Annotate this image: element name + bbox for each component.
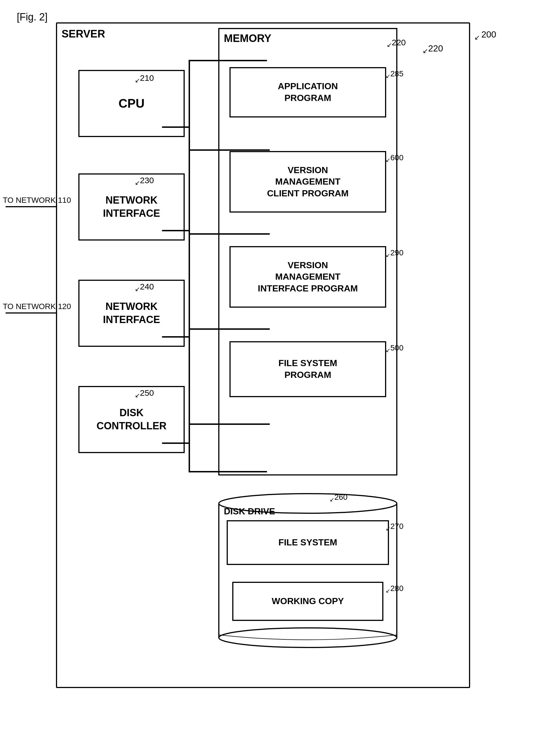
dc-swoosh: ↙ <box>135 392 140 399</box>
wc-swoosh: ↙ <box>386 587 390 594</box>
server-ref: 220 <box>428 43 443 54</box>
server-swoosh: ↙ <box>423 47 428 55</box>
dc-ref: 250 <box>140 388 154 398</box>
app-prog-ref: 285 <box>390 69 404 78</box>
app-prog-label: APPLICATIONPROGRAM <box>278 81 338 104</box>
ni2-ref: 240 <box>140 282 154 291</box>
file-system-box: FILE SYSTEM <box>227 520 389 565</box>
ni1-label: NETWORKINTERFACE <box>103 194 160 220</box>
diagram-ref: 200 <box>481 29 496 40</box>
vmc-prog-swoosh: ↙ <box>386 157 390 163</box>
server-label: SERVER <box>62 28 105 40</box>
file-system-label: FILE SYSTEM <box>279 537 337 548</box>
app-prog-swoosh: ↙ <box>386 73 390 79</box>
disk-drive-swoosh: ↙ <box>330 496 335 503</box>
vmc-prog-ref: 600 <box>390 153 404 162</box>
network110-label: TO NETWORK 110 <box>3 196 71 205</box>
disk-drive-area: DISK DRIVE <box>218 492 397 649</box>
vmi-prog-swoosh: ↙ <box>386 252 390 258</box>
memory-label: MEMORY <box>224 32 271 44</box>
vmi-prog-label: VERSIONMANAGEMENTINTERFACE PROGRAM <box>258 260 358 295</box>
svg-point-3 <box>219 628 397 647</box>
fs-swoosh: ↙ <box>386 525 390 532</box>
vmi-prog-box: VERSIONMANAGEMENTINTERFACE PROGRAM <box>229 246 386 308</box>
fs-prog-ref: 500 <box>390 343 404 352</box>
dc-label: DISKCONTROLLER <box>96 406 166 433</box>
working-copy-label: WORKING COPY <box>272 595 344 607</box>
dc-box: DISKCONTROLLER <box>78 386 185 453</box>
memory-swoosh2: ↙ <box>387 41 392 49</box>
wc-ref: 280 <box>390 584 404 593</box>
disk-drive-ref: 260 <box>335 493 348 502</box>
diagram-swoosh: ↙ <box>474 34 480 41</box>
ext-line-ni2 <box>6 312 56 314</box>
bus-line <box>188 60 190 471</box>
fs-ref: 270 <box>390 522 404 531</box>
memory-ref-num: 220 <box>392 38 406 47</box>
cpu-box: CPU <box>78 70 185 137</box>
app-prog-box: APPLICATIONPROGRAM <box>229 67 386 117</box>
vmi-prog-ref: 290 <box>390 248 404 257</box>
ni2-box: NETWORKINTERFACE <box>78 280 185 347</box>
disk-drive-label: DISK DRIVE <box>224 506 275 517</box>
network120-label: TO NETWORK 120 <box>3 302 71 311</box>
fs-prog-label: FILE SYSTEMPROGRAM <box>279 357 337 381</box>
fs-prog-swoosh: ↙ <box>386 347 390 354</box>
ni2-label: NETWORKINTERFACE <box>103 300 160 326</box>
fs-prog-box: FILE SYSTEMPROGRAM <box>229 341 386 397</box>
ext-line-ni1 <box>6 206 56 207</box>
vmc-prog-label: VERSIONMANAGEMENTCLIENT PROGRAM <box>267 164 349 199</box>
working-copy-box: WORKING COPY <box>232 582 383 621</box>
cpu-ref: 210 <box>140 73 154 83</box>
vmc-prog-box: VERSIONMANAGEMENTCLIENT PROGRAM <box>229 151 386 213</box>
ni2-swoosh: ↙ <box>135 286 140 293</box>
figure-label: [Fig. 2] <box>17 11 48 23</box>
ni1-swoosh: ↙ <box>135 179 140 187</box>
cpu-swoosh: ↙ <box>135 77 140 84</box>
ni1-box: NETWORKINTERFACE <box>78 173 185 241</box>
ni1-ref: 230 <box>140 176 154 185</box>
cpu-label: CPU <box>119 96 145 110</box>
